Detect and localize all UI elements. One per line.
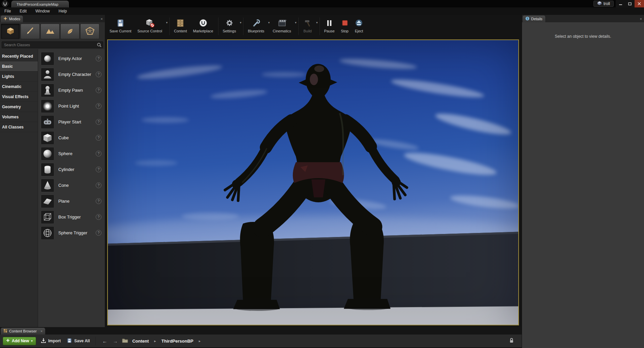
- toolbar-separator: [243, 18, 243, 35]
- grab-handle-icon[interactable]: ?: [96, 119, 101, 125]
- close-panel-icon[interactable]: ×: [40, 329, 42, 333]
- geometry-mode-button[interactable]: [80, 24, 99, 39]
- grab-handle-icon[interactable]: ?: [96, 214, 101, 220]
- category-basic[interactable]: Basic: [0, 61, 38, 71]
- pause-button[interactable]: Pause: [321, 17, 338, 34]
- forward-arrow-icon[interactable]: →: [112, 338, 119, 344]
- add-new-button[interactable]: Add New ▾: [3, 337, 36, 345]
- toolbar-separator: [319, 18, 320, 35]
- breadcrumb-content[interactable]: Content: [131, 339, 149, 344]
- eject-button[interactable]: Eject: [352, 17, 366, 34]
- mode-toolbar: [0, 22, 105, 40]
- search-classes-input[interactable]: [2, 42, 103, 48]
- place-mode-icon: [5, 27, 16, 36]
- settings-gear-icon: [225, 18, 234, 28]
- place-mode-button[interactable]: [1, 24, 20, 39]
- category-volumes[interactable]: Volumes: [0, 112, 38, 122]
- grab-handle-icon[interactable]: ?: [96, 230, 101, 236]
- grab-handle-icon[interactable]: ?: [96, 135, 101, 141]
- list-item-player-start[interactable]: Player Start ?: [38, 114, 105, 130]
- content-browser-tab-label: Content Browser: [9, 329, 37, 333]
- details-tab-label: Details: [531, 17, 543, 21]
- settings-button[interactable]: Settings ▾: [220, 17, 242, 34]
- stop-button[interactable]: Stop: [338, 17, 352, 34]
- toolbar-separator: [218, 18, 218, 35]
- category-all-classes[interactable]: All Classes: [0, 122, 38, 132]
- content-drawer-icon: [176, 18, 185, 28]
- category-cinematic[interactable]: Cinematic: [0, 82, 38, 92]
- folder-icon[interactable]: [122, 338, 128, 344]
- modes-tab-icon: [3, 17, 7, 21]
- tab-modes[interactable]: Modes: [1, 16, 23, 22]
- category-lights[interactable]: Lights: [0, 71, 38, 82]
- menu-edit[interactable]: Edit: [15, 7, 31, 15]
- blueprints-icon: [251, 18, 261, 28]
- grab-handle-icon[interactable]: ?: [96, 56, 101, 61]
- titlebar: ThirdPersonExampleMap troll: [0, 0, 644, 7]
- breadcrumb-sep-icon[interactable]: ▸: [197, 339, 202, 343]
- close-button[interactable]: [635, 0, 644, 7]
- list-item-box-trigger[interactable]: Box Trigger ?: [38, 209, 105, 225]
- landscape-mode-button[interactable]: [40, 24, 60, 39]
- grab-handle-icon[interactable]: ?: [96, 103, 101, 109]
- category-recently-placed[interactable]: Recently Placed: [0, 51, 38, 61]
- viewport-vignette: [108, 40, 518, 325]
- grab-handle-icon[interactable]: ?: [96, 71, 101, 77]
- cinematics-button[interactable]: Cinematics ▾: [270, 17, 296, 34]
- list-item-sphere-trigger[interactable]: Sphere Trigger ?: [38, 225, 105, 241]
- grab-handle-icon[interactable]: ?: [96, 167, 101, 172]
- category-visual-effects[interactable]: Visual Effects: [0, 92, 38, 102]
- import-icon: [41, 338, 46, 344]
- back-arrow-icon[interactable]: ←: [101, 338, 108, 344]
- point-light-thumbnail: [41, 99, 54, 113]
- list-item-point-light[interactable]: Point Light ?: [38, 98, 105, 114]
- placement-categories: Recently Placed Basic Lights Cinematic V…: [0, 49, 38, 327]
- breadcrumb-sep-icon: ▸: [153, 339, 158, 343]
- marketplace-icon: [198, 18, 208, 28]
- list-item-empty-actor[interactable]: Empty Actor ?: [38, 51, 105, 66]
- close-panel-icon[interactable]: ×: [101, 17, 103, 21]
- plus-icon: [6, 339, 10, 343]
- chevron-down-icon: ▾: [31, 339, 33, 343]
- paint-mode-button[interactable]: [21, 24, 40, 39]
- list-item-sphere[interactable]: Sphere ?: [38, 146, 105, 162]
- source-control-icon: [145, 18, 155, 28]
- save-all-button[interactable]: Save All: [65, 338, 91, 344]
- chevron-down-icon: ▾: [166, 21, 168, 24]
- content-button[interactable]: Content: [171, 17, 190, 34]
- list-item-plane[interactable]: Plane ?: [38, 193, 105, 209]
- menu-help[interactable]: Help: [54, 7, 71, 15]
- cone-thumbnail: [41, 179, 54, 192]
- save-current-button[interactable]: Save Current: [106, 17, 134, 34]
- import-button[interactable]: Import: [39, 338, 62, 344]
- blueprints-button[interactable]: Blueprints ▾: [245, 17, 270, 34]
- lock-icon[interactable]: [509, 338, 514, 344]
- grab-handle-icon[interactable]: ?: [96, 151, 101, 156]
- sphere-trigger-thumbnail: [41, 226, 54, 240]
- category-geometry[interactable]: Geometry: [0, 102, 38, 112]
- level-viewport[interactable]: [107, 39, 519, 325]
- build-button[interactable]: Build ▾: [300, 17, 318, 34]
- menu-window[interactable]: Window: [31, 7, 54, 15]
- grab-handle-icon[interactable]: ?: [96, 198, 101, 204]
- list-item-cylinder[interactable]: Cylinder ?: [38, 162, 105, 177]
- list-item-empty-character[interactable]: Empty Character ?: [38, 66, 105, 82]
- marketplace-button[interactable]: Marketplace: [190, 17, 216, 34]
- tab-details[interactable]: Details: [523, 16, 545, 22]
- tab-content-browser[interactable]: Content Browser ×: [1, 328, 45, 335]
- close-panel-icon[interactable]: ×: [640, 17, 642, 21]
- grab-handle-icon[interactable]: ?: [96, 182, 101, 188]
- breadcrumb-thirdpersonbp[interactable]: ThirdPersonBP: [161, 339, 194, 344]
- menu-file[interactable]: File: [0, 7, 15, 15]
- grab-handle-icon[interactable]: ?: [96, 87, 101, 93]
- restore-button[interactable]: [625, 0, 635, 7]
- level-tab[interactable]: ThirdPersonExampleMap: [11, 1, 69, 7]
- toolbar-separator: [298, 18, 299, 35]
- foliage-mode-button[interactable]: [60, 24, 80, 39]
- list-item-cone[interactable]: Cone ?: [38, 177, 105, 193]
- source-control-button[interactable]: Source Control ▾: [134, 17, 167, 34]
- search-icon: [97, 42, 102, 49]
- list-item-cube[interactable]: Cube ?: [38, 130, 105, 146]
- minimize-button[interactable]: [616, 0, 625, 7]
- list-item-empty-pawn[interactable]: Empty Pawn ?: [38, 82, 105, 98]
